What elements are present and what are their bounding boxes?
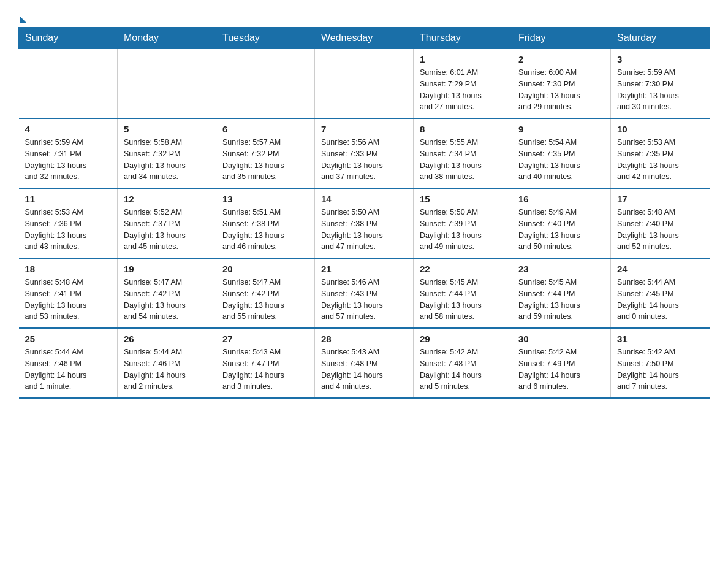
day-info: Sunrise: 5:52 AM Sunset: 7:37 PM Dayligh… [124,207,210,253]
weekday-header-monday: Monday [118,28,216,49]
calendar-cell [216,49,315,119]
calendar-cell: 20Sunrise: 5:47 AM Sunset: 7:42 PM Dayli… [216,258,315,328]
weekday-header-saturday: Saturday [611,28,710,49]
day-number: 22 [420,264,506,274]
day-info: Sunrise: 5:50 AM Sunset: 7:38 PM Dayligh… [321,207,407,253]
calendar-cell: 9Sunrise: 5:54 AM Sunset: 7:35 PM Daylig… [512,118,611,188]
day-number: 30 [518,334,604,344]
day-number: 15 [420,194,506,204]
weekday-header-thursday: Thursday [414,28,512,49]
day-number: 12 [124,194,210,204]
calendar-cell: 6Sunrise: 5:57 AM Sunset: 7:32 PM Daylig… [216,118,315,188]
day-number: 19 [124,264,210,274]
day-number: 28 [321,334,407,344]
calendar-cell: 31Sunrise: 5:42 AM Sunset: 7:50 PM Dayli… [611,328,710,398]
calendar-cell [118,49,216,119]
day-number: 20 [222,264,308,274]
calendar-cell: 12Sunrise: 5:52 AM Sunset: 7:37 PM Dayli… [118,188,216,258]
day-info: Sunrise: 5:45 AM Sunset: 7:44 PM Dayligh… [420,277,506,323]
day-number: 13 [222,194,308,204]
day-info: Sunrise: 5:59 AM Sunset: 7:30 PM Dayligh… [617,67,703,113]
day-number: 5 [124,124,210,134]
calendar-cell: 16Sunrise: 5:49 AM Sunset: 7:40 PM Dayli… [512,188,611,258]
day-number: 24 [617,264,703,274]
calendar-week-row: 11Sunrise: 5:53 AM Sunset: 7:36 PM Dayli… [19,188,710,258]
day-number: 29 [420,334,506,344]
day-info: Sunrise: 5:51 AM Sunset: 7:38 PM Dayligh… [222,207,308,253]
day-info: Sunrise: 5:43 AM Sunset: 7:48 PM Dayligh… [321,347,407,393]
day-number: 23 [518,264,604,274]
calendar-cell: 19Sunrise: 5:47 AM Sunset: 7:42 PM Dayli… [118,258,216,328]
day-info: Sunrise: 5:44 AM Sunset: 7:45 PM Dayligh… [617,277,703,323]
calendar-cell: 3Sunrise: 5:59 AM Sunset: 7:30 PM Daylig… [611,49,710,119]
day-number: 11 [25,194,112,204]
day-number: 18 [25,264,112,274]
day-info: Sunrise: 5:44 AM Sunset: 7:46 PM Dayligh… [124,347,210,393]
calendar-cell: 29Sunrise: 5:42 AM Sunset: 7:48 PM Dayli… [414,328,512,398]
calendar-cell: 5Sunrise: 5:58 AM Sunset: 7:32 PM Daylig… [118,118,216,188]
day-info: Sunrise: 5:48 AM Sunset: 7:41 PM Dayligh… [25,277,112,323]
day-info: Sunrise: 5:48 AM Sunset: 7:40 PM Dayligh… [617,207,703,253]
day-number: 17 [617,194,703,204]
calendar-header: SundayMondayTuesdayWednesdayThursdayFrid… [19,28,710,49]
calendar-cell: 23Sunrise: 5:45 AM Sunset: 7:44 PM Dayli… [512,258,611,328]
day-info: Sunrise: 5:44 AM Sunset: 7:46 PM Dayligh… [25,347,112,393]
calendar-cell [19,49,118,119]
day-info: Sunrise: 5:43 AM Sunset: 7:47 PM Dayligh… [222,347,308,393]
calendar-cell: 2Sunrise: 6:00 AM Sunset: 7:30 PM Daylig… [512,49,611,119]
day-number: 27 [222,334,308,344]
logo-triangle-icon [20,16,27,23]
calendar-week-row: 18Sunrise: 5:48 AM Sunset: 7:41 PM Dayli… [19,258,710,328]
day-number: 10 [617,124,703,134]
day-info: Sunrise: 6:00 AM Sunset: 7:30 PM Dayligh… [518,67,604,113]
day-info: Sunrise: 5:46 AM Sunset: 7:43 PM Dayligh… [321,277,407,323]
day-info: Sunrise: 5:56 AM Sunset: 7:33 PM Dayligh… [321,137,407,183]
day-number: 2 [518,54,604,64]
weekday-header-sunday: Sunday [19,28,118,49]
calendar-cell: 26Sunrise: 5:44 AM Sunset: 7:46 PM Dayli… [118,328,216,398]
calendar-body: 1Sunrise: 6:01 AM Sunset: 7:29 PM Daylig… [19,49,710,399]
day-info: Sunrise: 5:45 AM Sunset: 7:44 PM Dayligh… [518,277,604,323]
weekday-header-wednesday: Wednesday [315,28,414,49]
day-info: Sunrise: 5:53 AM Sunset: 7:35 PM Dayligh… [617,137,703,183]
day-number: 7 [321,124,407,134]
page-header [18,12,710,21]
calendar-week-row: 1Sunrise: 6:01 AM Sunset: 7:29 PM Daylig… [19,49,710,119]
calendar-cell: 30Sunrise: 5:42 AM Sunset: 7:49 PM Dayli… [512,328,611,398]
weekday-header-friday: Friday [512,28,611,49]
calendar-cell: 10Sunrise: 5:53 AM Sunset: 7:35 PM Dayli… [611,118,710,188]
logo [18,12,28,21]
calendar-cell: 1Sunrise: 6:01 AM Sunset: 7:29 PM Daylig… [414,49,512,119]
day-number: 8 [420,124,506,134]
calendar-cell: 7Sunrise: 5:56 AM Sunset: 7:33 PM Daylig… [315,118,414,188]
calendar-cell: 27Sunrise: 5:43 AM Sunset: 7:47 PM Dayli… [216,328,315,398]
calendar-cell: 25Sunrise: 5:44 AM Sunset: 7:46 PM Dayli… [19,328,118,398]
day-info: Sunrise: 5:54 AM Sunset: 7:35 PM Dayligh… [518,137,604,183]
day-info: Sunrise: 5:59 AM Sunset: 7:31 PM Dayligh… [25,137,112,183]
calendar-cell: 8Sunrise: 5:55 AM Sunset: 7:34 PM Daylig… [414,118,512,188]
calendar-cell [315,49,414,119]
day-info: Sunrise: 5:42 AM Sunset: 7:50 PM Dayligh… [617,347,703,393]
calendar-cell: 18Sunrise: 5:48 AM Sunset: 7:41 PM Dayli… [19,258,118,328]
calendar-cell: 24Sunrise: 5:44 AM Sunset: 7:45 PM Dayli… [611,258,710,328]
day-number: 31 [617,334,703,344]
calendar-table: SundayMondayTuesdayWednesdayThursdayFrid… [18,27,710,399]
day-number: 25 [25,334,112,344]
day-number: 9 [518,124,604,134]
day-info: Sunrise: 5:58 AM Sunset: 7:32 PM Dayligh… [124,137,210,183]
day-number: 6 [222,124,308,134]
calendar-cell: 4Sunrise: 5:59 AM Sunset: 7:31 PM Daylig… [19,118,118,188]
calendar-cell: 28Sunrise: 5:43 AM Sunset: 7:48 PM Dayli… [315,328,414,398]
day-number: 16 [518,194,604,204]
day-number: 3 [617,54,703,64]
day-info: Sunrise: 5:50 AM Sunset: 7:39 PM Dayligh… [420,207,506,253]
calendar-week-row: 25Sunrise: 5:44 AM Sunset: 7:46 PM Dayli… [19,328,710,398]
day-info: Sunrise: 5:49 AM Sunset: 7:40 PM Dayligh… [518,207,604,253]
day-info: Sunrise: 5:55 AM Sunset: 7:34 PM Dayligh… [420,137,506,183]
day-number: 26 [124,334,210,344]
day-number: 14 [321,194,407,204]
calendar-cell: 21Sunrise: 5:46 AM Sunset: 7:43 PM Dayli… [315,258,414,328]
day-info: Sunrise: 5:47 AM Sunset: 7:42 PM Dayligh… [124,277,210,323]
calendar-cell: 17Sunrise: 5:48 AM Sunset: 7:40 PM Dayli… [611,188,710,258]
calendar-cell: 13Sunrise: 5:51 AM Sunset: 7:38 PM Dayli… [216,188,315,258]
